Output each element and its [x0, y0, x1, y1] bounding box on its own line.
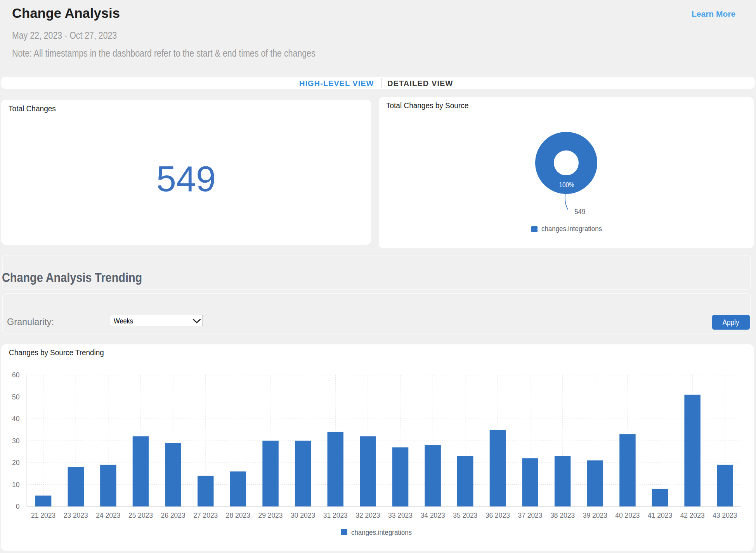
svg-text:28 2023: 28 2023	[226, 512, 250, 519]
svg-text:50: 50	[12, 393, 20, 401]
svg-text:40 2023: 40 2023	[615, 512, 640, 519]
svg-text:25 2023: 25 2023	[128, 512, 153, 519]
svg-text:26 2023: 26 2023	[161, 512, 186, 519]
svg-text:42 2023: 42 2023	[680, 512, 705, 519]
svg-text:31 2023: 31 2023	[323, 512, 348, 519]
svg-text:37 2023: 37 2023	[518, 512, 542, 519]
svg-text:30 2023: 30 2023	[291, 512, 315, 519]
svg-text:21 2023: 21 2023	[31, 512, 55, 519]
svg-text:34 2023: 34 2023	[421, 512, 445, 519]
svg-text:33 2023: 33 2023	[388, 512, 413, 519]
svg-text:43 2023: 43 2023	[713, 512, 737, 519]
svg-text:36 2023: 36 2023	[486, 512, 510, 519]
svg-text:30: 30	[12, 437, 20, 445]
svg-text:20: 20	[12, 459, 20, 467]
svg-text:39 2023: 39 2023	[583, 512, 607, 519]
svg-text:27 2023: 27 2023	[193, 512, 218, 519]
svg-text:10: 10	[12, 481, 20, 489]
svg-text:23 2023: 23 2023	[64, 512, 88, 519]
svg-text:24 2023: 24 2023	[96, 512, 120, 519]
svg-text:40: 40	[12, 415, 20, 423]
svg-text:0: 0	[16, 503, 20, 510]
svg-text:41 2023: 41 2023	[648, 512, 672, 519]
svg-text:29 2023: 29 2023	[258, 512, 283, 519]
svg-text:60: 60	[12, 371, 20, 379]
svg-text:38 2023: 38 2023	[550, 512, 575, 519]
svg-text:35 2023: 35 2023	[453, 512, 477, 519]
svg-text:32 2023: 32 2023	[355, 512, 380, 519]
